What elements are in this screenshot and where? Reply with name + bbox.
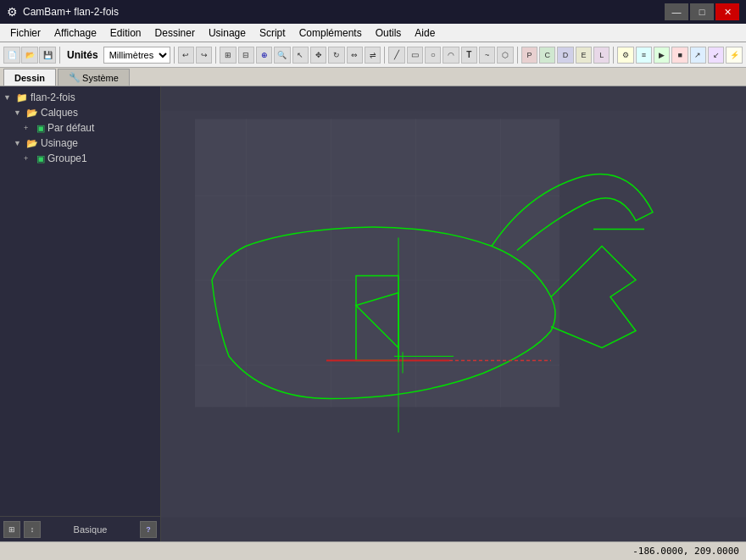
menu-script[interactable]: Script (253, 25, 292, 41)
grid-button[interactable]: ⊞ (220, 47, 236, 64)
menu-affichage[interactable]: Affichage (47, 25, 103, 41)
laser-button[interactable]: L (593, 47, 610, 64)
expand-groupe1: + (24, 154, 34, 163)
tree-item-groupe1[interactable]: + ▣ Groupe1 (0, 151, 160, 166)
canvas-svg (161, 86, 746, 541)
zoom-fit-button[interactable]: ⊕ (256, 47, 272, 64)
sep5 (517, 47, 518, 64)
units-label: Unités (67, 49, 98, 61)
menu-fichier[interactable]: Fichier (3, 25, 47, 41)
tree-view: ▼ 📁 flan-2-fois ▼ 📂 Calques + ▣ Par défa… (0, 86, 160, 516)
menu-edition[interactable]: Edition (103, 25, 148, 41)
systeme-icon: 🔧 (69, 72, 81, 83)
menu-bar: Fichier Affichage Edition Dessiner Usina… (0, 24, 746, 42)
simulate-button[interactable]: ⚡ (726, 47, 742, 64)
tab-dessin[interactable]: Dessin (3, 69, 56, 86)
menu-aide[interactable]: Aide (408, 25, 442, 41)
tree-item-calques[interactable]: ▼ 📂 Calques (0, 105, 160, 120)
tree-item-pardefaut[interactable]: + ▣ Par défaut (0, 120, 160, 136)
app-icon: ⚙ (7, 5, 18, 19)
settings-button[interactable]: ≡ (636, 47, 652, 64)
folder-icon-calques: 📂 (26, 108, 38, 119)
expand-usinage: ▼ (14, 139, 24, 147)
stop-button[interactable]: ■ (671, 47, 688, 64)
sep2 (174, 47, 175, 64)
tree-label-pardefaut: Par défaut (47, 122, 94, 134)
minimize-button[interactable]: — (665, 3, 688, 20)
maximize-button[interactable]: □ (690, 3, 714, 20)
sep3 (215, 47, 216, 64)
sidebar-grid-button[interactable]: ⊞ (3, 521, 20, 538)
file-toolbar-group: 📄 📂 💾 (3, 47, 56, 64)
status-bar: -186.0000, 209.0000 (0, 541, 746, 560)
scale-button[interactable]: ⇔ (347, 47, 363, 64)
select-button[interactable]: ↖ (292, 47, 309, 64)
tree-label-groupe1: Groupe1 (47, 152, 87, 164)
redo-button[interactable]: ↪ (196, 47, 212, 64)
sidebar-help-button[interactable]: ? (140, 521, 157, 538)
tab-bar: Dessin 🔧 Système (0, 68, 746, 86)
line-button[interactable]: ╱ (388, 47, 404, 64)
zoom-in-button[interactable]: 🔍 (274, 47, 290, 64)
expand-root: ▼ (3, 93, 14, 102)
coordinates-display: -186.0000, 209.0000 (632, 546, 739, 557)
new-button[interactable]: 📄 (3, 47, 20, 64)
title-bar-left: ⚙ CamBam+ flan-2-fois (7, 5, 119, 19)
arc-button[interactable]: ◠ (443, 47, 459, 64)
menu-usinage[interactable]: Usinage (202, 25, 253, 41)
run-button[interactable]: ▶ (654, 47, 670, 64)
canvas-area[interactable] (161, 86, 746, 541)
save-button[interactable]: 💾 (39, 47, 56, 64)
tab-systeme[interactable]: 🔧 Système (58, 69, 130, 86)
tree-item-usinage[interactable]: ▼ 📂 Usinage (0, 136, 160, 151)
tree-label-calques: Calques (41, 107, 78, 119)
sep4 (384, 47, 385, 64)
title-bar: ⚙ CamBam+ flan-2-fois — □ ✕ (0, 0, 746, 24)
properties-button[interactable]: ⚙ (617, 47, 633, 64)
menu-dessiner[interactable]: Dessiner (148, 25, 202, 41)
import-button[interactable]: ↙ (708, 47, 724, 64)
drill-button[interactable]: D (557, 47, 573, 64)
move-button[interactable]: ✥ (310, 47, 326, 64)
sidebar-mode-label: Basique (44, 524, 136, 535)
expand-calques: ▼ (14, 108, 24, 117)
folder-icon-root: 📁 (16, 92, 28, 103)
text-button[interactable]: T (461, 47, 477, 64)
main-area: ▼ 📁 flan-2-fois ▼ 📂 Calques + ▣ Par défa… (0, 86, 746, 541)
expand-pardefaut: + (24, 124, 34, 132)
layer-icon-groupe1: ▣ (36, 153, 45, 164)
close-button[interactable]: ✕ (715, 3, 739, 20)
title-bar-controls[interactable]: — □ ✕ (665, 3, 739, 20)
units-select[interactable]: Millimètres Pouces (103, 47, 170, 64)
profile-button[interactable]: C (539, 47, 555, 64)
rect-button[interactable]: ▭ (407, 47, 423, 64)
sep1 (59, 47, 60, 64)
menu-complements[interactable]: Compléments (292, 25, 369, 41)
circle-button[interactable]: ○ (425, 47, 441, 64)
layer-icon-pardefaut: ▣ (36, 123, 45, 134)
sidebar-bottom: ⊞ ↕ Basique ? (0, 516, 160, 541)
sidebar: ▼ 📁 flan-2-fois ▼ 📂 Calques + ▣ Par défa… (0, 86, 161, 541)
undo-button[interactable]: ↩ (178, 47, 194, 64)
toolbar: 📄 📂 💾 Unités Millimètres Pouces ↩ ↪ ⊞ ⊟ … (0, 42, 746, 68)
window-title: CamBam+ flan-2-fois (23, 6, 119, 18)
tree-label-usinage: Usinage (41, 137, 78, 149)
open-button[interactable]: 📂 (21, 47, 38, 64)
export-button[interactable]: ↗ (690, 47, 706, 64)
spline-button[interactable]: ~ (479, 47, 495, 64)
sidebar-sort-button[interactable]: ↕ (24, 521, 41, 538)
snap-button[interactable]: ⊟ (238, 47, 254, 64)
poly-button[interactable]: ⬡ (497, 47, 513, 64)
pocket-button[interactable]: P (521, 47, 537, 64)
tree-item-root[interactable]: ▼ 📁 flan-2-fois (0, 90, 160, 105)
sep6 (613, 47, 614, 64)
mirror-button[interactable]: ⇌ (365, 47, 381, 64)
menu-outils[interactable]: Outils (369, 25, 409, 41)
engrave-button[interactable]: E (576, 47, 592, 64)
tree-label-root: flan-2-fois (31, 91, 75, 103)
folder-icon-usinage: 📂 (26, 138, 38, 149)
rotate-button[interactable]: ↻ (328, 47, 344, 64)
